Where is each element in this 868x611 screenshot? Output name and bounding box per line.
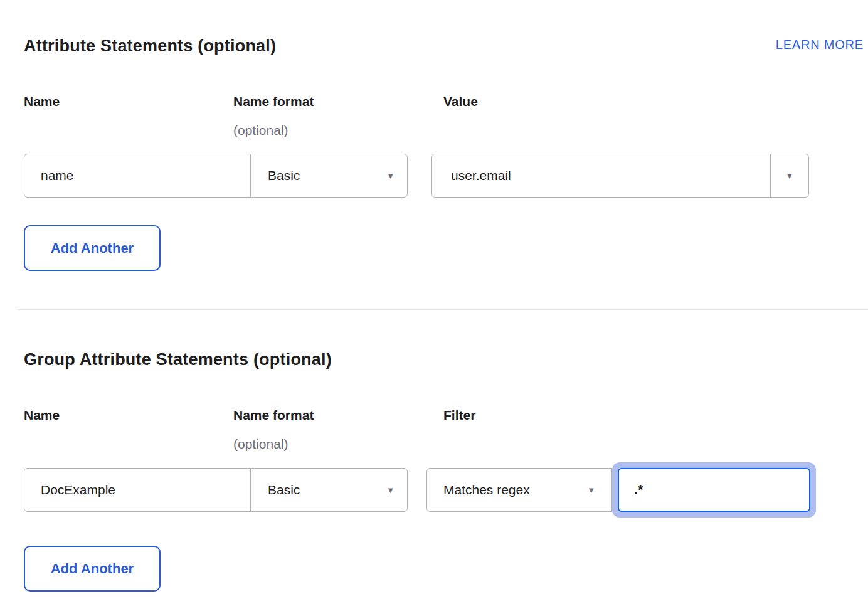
attribute-value-dropdown-button[interactable]: ▼ xyxy=(770,154,808,197)
column-header-filter: Filter xyxy=(443,408,868,423)
add-another-button[interactable]: Add Another xyxy=(24,546,161,592)
column-header-name-format: Name format xyxy=(233,408,443,423)
attribute-statement-row: Basic ▼ ▼ xyxy=(24,154,868,198)
chevron-down-icon: ▼ xyxy=(386,486,394,495)
add-another-button[interactable]: Add Another xyxy=(24,225,161,271)
group-attribute-name-format-select[interactable]: Basic ▼ xyxy=(251,468,408,512)
chevron-down-icon: ▼ xyxy=(786,171,794,181)
column-header-name: Name xyxy=(24,408,233,423)
attribute-statements-column-headers: Name Name format (optional) Value xyxy=(24,94,868,138)
chevron-down-icon: ▼ xyxy=(587,486,595,495)
saml-settings-page: Attribute Statements (optional) LEARN MO… xyxy=(0,0,868,611)
attribute-name-input[interactable] xyxy=(24,154,251,198)
group-attribute-statements-title: Group Attribute Statements (optional) xyxy=(24,350,332,369)
column-header-value: Value xyxy=(443,94,868,109)
group-attribute-statement-row: Basic ▼ Matches regex ▼ xyxy=(24,468,868,518)
attribute-name-format-select[interactable]: Basic ▼ xyxy=(251,154,408,198)
group-attribute-name-format-selected: Basic xyxy=(268,482,300,497)
attribute-statements-title: Attribute Statements (optional) xyxy=(24,36,276,56)
section-divider xyxy=(18,309,868,310)
column-header-name: Name xyxy=(24,94,233,109)
column-header-name-format: Name format xyxy=(233,94,443,109)
group-attribute-statements-column-headers: Name Name format (optional) Filter xyxy=(24,408,868,452)
attribute-value-input[interactable] xyxy=(432,154,770,197)
column-note-optional: (optional) xyxy=(233,123,443,138)
learn-more-link[interactable]: LEARN MORE xyxy=(776,38,864,52)
group-attribute-statements-header: Group Attribute Statements (optional) xyxy=(24,350,868,369)
group-filter-type-select[interactable]: Matches regex ▼ xyxy=(426,468,612,512)
attribute-name-format-selected: Basic xyxy=(268,168,300,183)
group-filter-type-selected: Matches regex xyxy=(443,482,530,497)
attribute-statements-header: Attribute Statements (optional) LEARN MO… xyxy=(24,36,868,56)
chevron-down-icon: ▼ xyxy=(386,171,394,181)
group-filter-value-input[interactable] xyxy=(618,468,810,512)
group-filter-value-focus-ring xyxy=(612,462,816,518)
group-attribute-name-input[interactable] xyxy=(24,468,251,512)
column-note-optional: (optional) xyxy=(233,437,443,452)
attribute-value-combobox: ▼ xyxy=(431,154,809,198)
